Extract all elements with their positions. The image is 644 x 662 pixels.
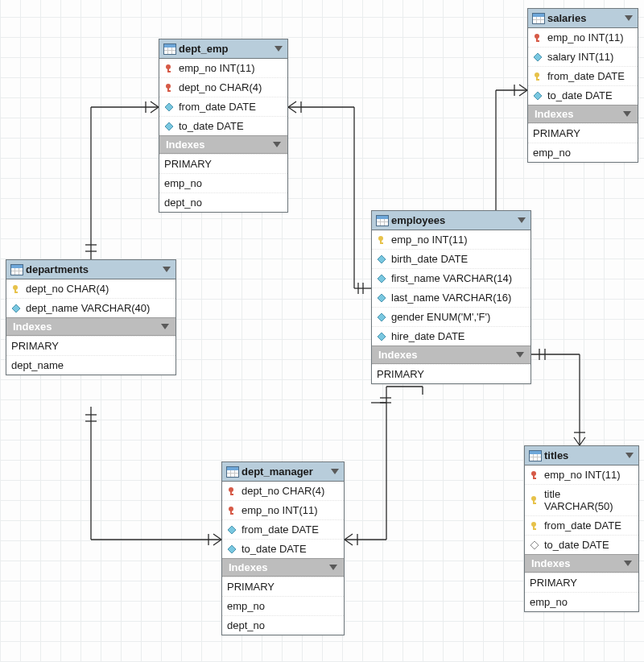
- index-item[interactable]: PRIMARY: [159, 154, 287, 173]
- index-item[interactable]: PRIMARY: [372, 364, 530, 383]
- table-column[interactable]: birth_date DATE: [372, 249, 530, 268]
- table-column[interactable]: dept_name VARCHAR(40): [6, 298, 175, 317]
- table-salaries[interactable]: salaries emp_no INT(11) salary INT(11) f…: [527, 8, 638, 163]
- table-column[interactable]: from_date DATE: [525, 515, 638, 535]
- table-header[interactable]: salaries: [528, 9, 638, 28]
- table-column[interactable]: last_name VARCHAR(16): [372, 288, 530, 307]
- table-employees[interactable]: employees emp_no INT(11) birth_date DATE…: [371, 210, 531, 384]
- table-title: dept_manager: [238, 465, 331, 478]
- column-text: title VARCHAR(50): [544, 488, 632, 512]
- table-column[interactable]: to_date DATE: [222, 539, 344, 558]
- table-dept_manager[interactable]: dept_manager dept_no CHAR(4) emp_no INT(…: [221, 461, 345, 635]
- key-yellow-icon: [377, 234, 386, 246]
- diamond-solid-icon: [533, 52, 543, 63]
- chevron-down-icon[interactable]: [518, 217, 526, 223]
- index-item[interactable]: PRIMARY: [528, 123, 638, 143]
- chevron-down-icon[interactable]: [625, 453, 634, 458]
- table-column[interactable]: salary INT(11): [528, 47, 638, 66]
- indexes-header[interactable]: Indexes: [372, 345, 530, 364]
- chevron-down-icon: [516, 352, 524, 358]
- column-list: emp_no INT(11) birth_date DATE first_nam…: [372, 230, 530, 345]
- table-departments[interactable]: departments dept_no CHAR(4) dept_name VA…: [6, 259, 176, 375]
- table-column[interactable]: to_date DATE: [525, 535, 638, 554]
- column-text: first_name VARCHAR(14): [391, 272, 512, 284]
- svg-marker-67: [12, 304, 20, 312]
- table-column[interactable]: first_name VARCHAR(14): [372, 268, 530, 288]
- index-item[interactable]: PRIMARY: [525, 573, 638, 592]
- table-column[interactable]: dept_no CHAR(4): [222, 482, 344, 500]
- er-diagram-canvas[interactable]: dept_emp emp_no INT(11) dept_no CHAR(4) …: [0, 0, 644, 662]
- indexes-header[interactable]: Indexes: [528, 105, 638, 123]
- table-column[interactable]: emp_no INT(11): [525, 465, 638, 484]
- index-item[interactable]: PRIMARY: [222, 577, 344, 596]
- table-column[interactable]: dept_no CHAR(4): [6, 279, 175, 298]
- indexes-header[interactable]: Indexes: [222, 558, 344, 577]
- svg-line-12: [213, 534, 221, 540]
- diamond-solid-icon: [377, 312, 386, 323]
- column-text: emp_no INT(11): [179, 62, 255, 74]
- table-dept_emp[interactable]: dept_emp emp_no INT(11) dept_no CHAR(4) …: [159, 39, 288, 213]
- chevron-down-icon[interactable]: [163, 267, 171, 272]
- index-item[interactable]: dept_name: [6, 355, 175, 374]
- svg-line-19: [288, 107, 296, 113]
- table-column[interactable]: dept_no CHAR(4): [159, 77, 287, 97]
- table-column[interactable]: emp_no INT(11): [528, 28, 638, 47]
- index-item[interactable]: dept_no: [159, 192, 287, 212]
- table-column[interactable]: from_date DATE: [528, 66, 638, 85]
- table-column[interactable]: emp_no INT(11): [222, 500, 344, 519]
- table-column[interactable]: from_date DATE: [222, 519, 344, 539]
- table-header[interactable]: departments: [6, 260, 175, 279]
- svg-marker-93: [530, 541, 539, 549]
- column-text: birth_date DATE: [391, 253, 468, 265]
- table-column[interactable]: gender ENUM('M','F'): [372, 307, 530, 326]
- chevron-down-icon[interactable]: [275, 46, 283, 52]
- table-icon: [530, 451, 541, 461]
- table-column[interactable]: title VARCHAR(50): [525, 484, 638, 515]
- indexes-header[interactable]: Indexes: [525, 554, 638, 573]
- chevron-down-icon[interactable]: [331, 469, 339, 474]
- column-text: to_date DATE: [242, 543, 307, 555]
- table-column[interactable]: to_date DATE: [528, 85, 638, 105]
- svg-rect-62: [536, 79, 539, 81]
- table-header[interactable]: dept_emp: [159, 39, 287, 59]
- diamond-solid-icon: [377, 292, 386, 304]
- table-column[interactable]: hire_date DATE: [372, 326, 530, 345]
- key-red-icon: [533, 32, 543, 43]
- chevron-down-icon[interactable]: [625, 15, 633, 21]
- column-list: dept_no CHAR(4) dept_name VARCHAR(40): [6, 279, 175, 317]
- index-list: PRIMARY emp_no dept_no: [222, 577, 344, 635]
- column-text: emp_no INT(11): [547, 31, 624, 43]
- column-text: emp_no INT(11): [391, 234, 468, 246]
- table-icon: [227, 467, 238, 477]
- index-item[interactable]: emp_no: [525, 592, 638, 611]
- table-column[interactable]: to_date DATE: [159, 116, 287, 135]
- table-column[interactable]: emp_no INT(11): [372, 230, 530, 249]
- index-item[interactable]: PRIMARY: [6, 336, 175, 355]
- table-header[interactable]: titles: [525, 446, 638, 465]
- column-text: from_date DATE: [179, 101, 256, 113]
- svg-marker-63: [534, 92, 542, 100]
- index-item[interactable]: emp_no: [222, 596, 344, 615]
- chevron-down-icon: [623, 111, 631, 117]
- svg-line-36: [345, 534, 353, 540]
- indexes-header[interactable]: Indexes: [6, 317, 175, 336]
- column-text: to_date DATE: [544, 539, 609, 551]
- key-red-icon: [530, 470, 539, 481]
- table-titles[interactable]: titles emp_no INT(11) title VARCHAR(50) …: [524, 445, 639, 612]
- index-item[interactable]: emp_no: [528, 143, 638, 162]
- table-header[interactable]: dept_manager: [222, 462, 344, 482]
- indexes-header[interactable]: Indexes: [159, 135, 287, 154]
- column-text: emp_no INT(11): [242, 504, 318, 516]
- table-column[interactable]: from_date DATE: [159, 97, 287, 116]
- index-item[interactable]: emp_no: [159, 173, 287, 192]
- svg-line-4: [151, 107, 159, 113]
- svg-rect-66: [14, 292, 18, 293]
- svg-rect-81: [230, 513, 233, 515]
- svg-marker-72: [378, 275, 386, 283]
- key-yellow-icon: [530, 494, 539, 506]
- table-header[interactable]: employees: [372, 211, 530, 230]
- index-item[interactable]: dept_no: [222, 615, 344, 635]
- svg-marker-59: [534, 53, 542, 61]
- table-column[interactable]: emp_no INT(11): [159, 59, 287, 77]
- table-icon: [164, 44, 175, 54]
